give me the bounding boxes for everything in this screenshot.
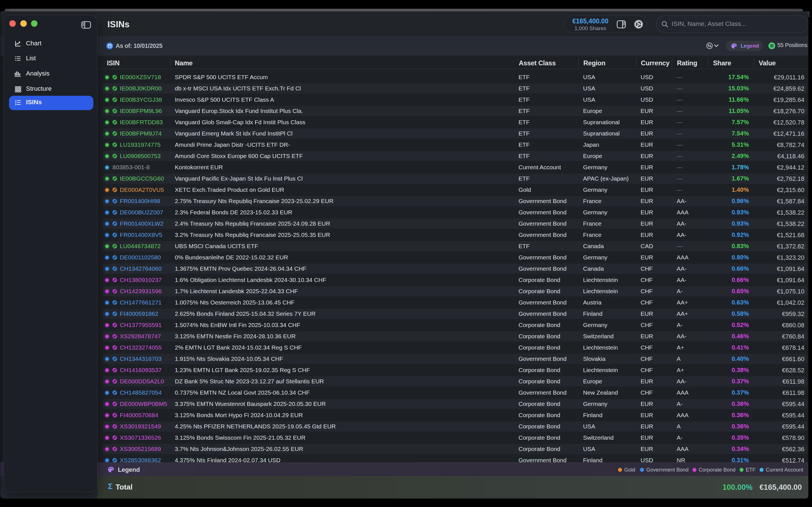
svg-text:3: 3 — [15, 103, 16, 106]
